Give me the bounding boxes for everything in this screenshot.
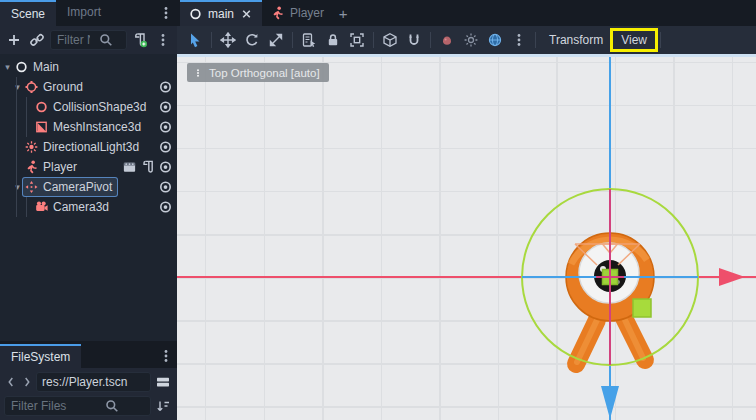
visibility-eye-icon[interactable] <box>158 180 173 195</box>
list-select-tool-icon[interactable] <box>297 28 321 52</box>
visibility-eye-icon[interactable] <box>158 200 173 215</box>
tree-node-label: DirectionalLight3d <box>43 140 139 154</box>
split-mode-toggle-icon[interactable] <box>153 372 173 392</box>
search-icon <box>79 399 147 414</box>
visibility-eye-icon[interactable] <box>158 100 173 115</box>
tree-row-directionallight3d[interactable]: DirectionalLight3d <box>0 137 177 157</box>
view-menu-dots-icon[interactable] <box>193 66 203 80</box>
tree-guide-line <box>16 137 17 157</box>
visibility-eye-icon[interactable] <box>158 140 173 155</box>
visibility-eye-icon[interactable] <box>158 120 173 135</box>
filesystem-body: res://Player.tscn Filter Files <box>0 368 177 420</box>
tree-node-label: CameraPivot <box>43 180 112 194</box>
tree-node-label: MeshInstance3d <box>53 120 141 134</box>
expander-arrow-icon[interactable]: ▾ <box>12 82 23 92</box>
node-icon <box>14 60 29 75</box>
tree-row-ground[interactable]: ▾Ground <box>0 77 177 97</box>
nav-back-icon[interactable] <box>4 373 18 391</box>
toolbar-separator <box>660 32 661 48</box>
file-sort-button[interactable] <box>153 396 173 416</box>
tree-node-label: Main <box>33 60 59 74</box>
camera3d-icon <box>34 200 49 215</box>
tree-node-label: Ground <box>43 80 83 94</box>
tree-row-collisionshape3d[interactable]: CollisionShape3d <box>0 97 177 117</box>
node-icon <box>188 7 203 22</box>
move-gizmo-z-arrow[interactable] <box>601 386 619 419</box>
view-mode-pill[interactable]: Top Orthogonal [auto] <box>187 63 329 82</box>
rotate-tool-icon[interactable] <box>240 28 264 52</box>
nav-forward-icon[interactable] <box>20 373 34 391</box>
characterbody3d-icon <box>270 6 285 21</box>
tab-filesystem[interactable]: FileSystem <box>0 344 81 368</box>
meshinstance3d-icon <box>34 120 49 135</box>
sun-icon[interactable] <box>459 28 483 52</box>
tab-import[interactable]: Import <box>56 0 112 26</box>
tree-row-main[interactable]: ▾Main <box>0 57 177 77</box>
dots-vertical-icon[interactable] <box>507 28 531 52</box>
filesystem-path-row: res://Player.tscn <box>4 371 173 393</box>
scene-tab-label: Player <box>290 6 324 20</box>
toolbar-separator <box>430 32 431 48</box>
scene-dock-tabbar: Scene Import <box>0 0 177 26</box>
toolbar-separator <box>292 32 293 48</box>
scene-tab-player[interactable]: Player <box>262 0 332 26</box>
lock-icon[interactable] <box>321 28 345 52</box>
filesystem-filter-row: Filter Files <box>4 396 173 418</box>
add-node-button[interactable] <box>4 30 24 50</box>
move-gizmo-x-arrow[interactable] <box>719 268 745 286</box>
move-gizmo-xz-plane-handle[interactable] <box>633 299 651 317</box>
visibility-eye-icon[interactable] <box>158 160 173 175</box>
box-icon[interactable] <box>378 28 402 52</box>
filter-files-input[interactable]: Filter Files <box>4 396 151 416</box>
tree-row-camera3d[interactable]: Camera3d <box>0 197 177 217</box>
scene-tabs-bar: mainPlayer+ <box>177 0 756 26</box>
scale-tool-icon[interactable] <box>264 28 288 52</box>
expander-arrow-icon[interactable]: ▾ <box>2 62 13 72</box>
filter-node-input[interactable]: Filter Node <box>50 30 127 50</box>
tree-row-camerapivot[interactable]: ▾CameraPivot <box>0 177 177 197</box>
attach-script-button[interactable] <box>130 30 150 50</box>
tree-guide-line <box>26 117 27 137</box>
close-tab-icon[interactable] <box>239 7 254 22</box>
group-icon[interactable] <box>345 28 369 52</box>
collisionshape3d-icon <box>34 100 49 115</box>
tree-row-meshinstance3d[interactable]: MeshInstance3d <box>0 117 177 137</box>
view-mode-label: Top Orthogonal [auto] <box>209 67 320 79</box>
3d-viewport[interactable]: Top Orthogonal [auto] <box>177 54 756 420</box>
scene-tree-menu-dots-icon[interactable] <box>153 30 173 50</box>
move-tool-icon[interactable] <box>216 28 240 52</box>
movie-icon[interactable] <box>122 160 137 175</box>
toolbar-separator <box>211 32 212 48</box>
godot-editor-window: Scene Import Filter Node ▾Main▾GroundCol… <box>0 0 756 420</box>
scene-tree-toolbar: Filter Node <box>0 26 177 54</box>
tab-scene[interactable]: Scene <box>0 0 56 26</box>
tree-guide-line <box>16 197 17 217</box>
tree-guide-line <box>16 117 17 137</box>
main-area: mainPlayer+ TransformView <box>177 0 756 420</box>
tree-guide-line <box>26 97 27 117</box>
script-icon[interactable] <box>140 160 155 175</box>
instance-scene-button[interactable] <box>27 30 47 50</box>
tree-row-player[interactable]: Player <box>0 157 177 177</box>
scene-tree: ▾Main▾GroundCollisionShape3dMeshInstance… <box>0 54 177 341</box>
current-path-field[interactable]: res://Player.tscn <box>36 372 151 392</box>
menu-view[interactable]: View <box>612 30 656 50</box>
environment-icon[interactable] <box>483 28 507 52</box>
tree-guide-line <box>16 177 17 197</box>
tree-node-label: Camera3d <box>53 200 109 214</box>
scene-dock-menu-dots-icon[interactable] <box>157 4 175 22</box>
expander-arrow-icon[interactable]: ▾ <box>12 182 23 192</box>
scene-tab-main[interactable]: main <box>180 0 262 26</box>
visibility-eye-icon[interactable] <box>158 80 173 95</box>
filesystem-menu-dots-icon[interactable] <box>157 347 175 365</box>
node3d-icon <box>24 180 39 195</box>
snap-icon[interactable] <box>402 28 426 52</box>
select-tool-icon[interactable] <box>183 28 207 52</box>
directionallight3d-icon <box>24 140 39 155</box>
menu-transform[interactable]: Transform <box>540 30 612 50</box>
camera-preview-icon[interactable] <box>435 28 459 52</box>
add-scene-tab-button[interactable]: + <box>332 0 354 26</box>
filter-node-placeholder: Filter Node <box>57 33 90 47</box>
search-icon <box>90 33 123 48</box>
staticbody3d-icon <box>24 80 39 95</box>
